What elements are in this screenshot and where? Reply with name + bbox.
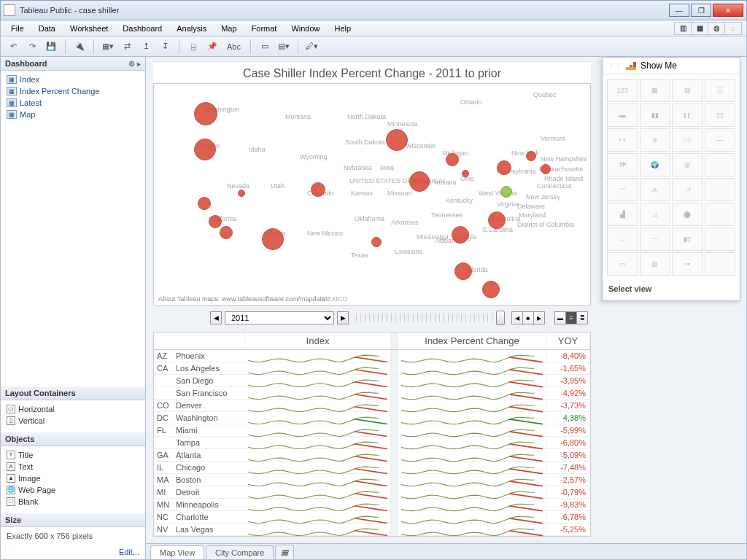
showme-viz-option[interactable]: ▭	[607, 252, 638, 276]
showme-viz-option[interactable]: ∘∘	[607, 128, 638, 152]
showme-viz-option[interactable]: ▯▯	[705, 104, 736, 127]
menu-window[interactable]: Window	[285, 23, 325, 34]
showme-viz-option[interactable]: 123	[607, 79, 638, 102]
showme-viz-option[interactable]	[705, 178, 736, 201]
size-edit-link[interactable]: Edit...	[1, 545, 145, 559]
showme-viz-option[interactable]: ⫿⫿	[672, 104, 703, 127]
showme-viz-option[interactable]: ◿	[640, 203, 671, 226]
map-data-point[interactable]	[311, 182, 325, 197]
showme-viz-option[interactable]: 🌍	[640, 153, 671, 176]
menu-data[interactable]: Data	[33, 23, 61, 34]
table-row[interactable]: MNMinneapolis-9,83%	[154, 499, 590, 511]
view-tab-3[interactable]: ◍	[708, 22, 725, 35]
play-stop-icon[interactable]: ■	[522, 311, 534, 324]
year-prev-button[interactable]: ◀	[210, 311, 222, 324]
map-data-point[interactable]	[462, 170, 469, 177]
table-row[interactable]: GAAtlanta-5,09%	[154, 449, 590, 462]
showme-viz-option[interactable]: ▥	[640, 252, 671, 276]
showme-viz-option[interactable]: ▮▮	[640, 104, 671, 127]
map-data-point[interactable]	[194, 139, 216, 160]
showme-viz-option[interactable]: ⬤	[672, 203, 703, 226]
view-tab-2[interactable]: ▦	[691, 22, 708, 35]
showme-viz-option[interactable]: ▬	[607, 104, 638, 127]
view-tab-home[interactable]: ⌂	[724, 22, 742, 35]
close-button[interactable]: ✕	[713, 4, 743, 17]
showme-viz-option[interactable]	[705, 252, 736, 276]
map-data-point[interactable]	[238, 190, 245, 197]
abc-icon[interactable]: Abc	[223, 39, 244, 55]
play-fwd-icon[interactable]: ▶	[533, 311, 545, 324]
sort-desc-icon[interactable]: ↧	[157, 39, 173, 55]
save-icon[interactable]: 💾	[43, 39, 59, 55]
showme-viz-option[interactable]	[705, 203, 736, 226]
showme-viz-option[interactable]: ⩕	[640, 178, 671, 201]
menu-format[interactable]: Format	[246, 23, 283, 34]
map-data-point[interactable]	[209, 215, 222, 228]
menu-analysis[interactable]: Analysis	[171, 23, 212, 34]
data-grid[interactable]: AZPhoenix-8,40%CALos Angeles-1,65%San Di…	[153, 350, 591, 537]
highlight-icon[interactable]: 🖊▾	[304, 39, 320, 55]
object-title[interactable]: TTitle	[4, 449, 142, 461]
table-row[interactable]: MABoston-2,57%	[154, 474, 590, 486]
drag-handle-icon[interactable]: ⋮⋮	[608, 62, 622, 69]
table-row[interactable]: ILChicago-7,48%	[154, 462, 590, 474]
table-row[interactable]: NVLas Vegas-5,25%	[154, 524, 590, 536]
map-data-point[interactable]	[198, 197, 211, 210]
showme-viz-option[interactable]: ▟	[607, 203, 638, 226]
group-icon[interactable]: ⌸	[185, 39, 201, 55]
tab-map-view[interactable]: Map View	[150, 545, 204, 559]
swap-icon[interactable]: ⇄	[119, 39, 135, 55]
menu-worksheet[interactable]: Worksheet	[64, 23, 114, 34]
showme-viz-option[interactable]	[705, 153, 736, 176]
showme-viz-option[interactable]	[705, 228, 736, 251]
map[interactable]: About Tableau maps: www.tableausoftware.…	[153, 83, 591, 306]
card-icon[interactable]: ▤▾	[276, 39, 292, 55]
showme-viz-option[interactable]: ▦	[640, 79, 671, 102]
presentation-icon[interactable]: ▭	[257, 39, 273, 55]
grid-icon[interactable]: ▦▾	[100, 39, 116, 55]
showme-viz-option[interactable]: ⩘	[672, 178, 703, 201]
map-data-point[interactable]	[446, 153, 459, 166]
map-data-point[interactable]	[409, 171, 430, 192]
year-next-button[interactable]: ▶	[337, 311, 349, 324]
table-row[interactable]: CODenver-3,73%	[154, 400, 590, 412]
layout-vertical[interactable]: ▯Vertical	[4, 415, 142, 427]
map-data-point[interactable]	[194, 102, 217, 125]
menu-help[interactable]: Help	[329, 23, 357, 34]
menu-map[interactable]: Map	[215, 23, 242, 34]
table-row[interactable]: DCWashington4,38%	[154, 412, 590, 424]
year-select[interactable]: 2011	[225, 311, 334, 324]
slider-thumb[interactable]	[496, 311, 505, 325]
connect-icon[interactable]: 🔌	[71, 39, 88, 55]
showme-viz-option[interactable]: ○○	[672, 128, 703, 152]
table-row[interactable]: San Francisco-4,92%	[154, 387, 590, 400]
showme-viz-option[interactable]: ▪▪	[672, 252, 703, 276]
map-data-point[interactable]	[262, 228, 284, 250]
minimize-button[interactable]: —	[669, 4, 689, 17]
layout-horizontal[interactable]: ▭Horizontal	[4, 403, 142, 415]
map-data-point[interactable]	[526, 151, 536, 161]
showme-viz-option[interactable]: ▤	[672, 79, 703, 102]
table-row[interactable]: Tampa-6,80%	[154, 437, 590, 449]
menu-dashboard[interactable]: Dashboard	[117, 23, 168, 34]
gear-icon[interactable]: ⚙ ▸	[128, 60, 141, 68]
map-data-point[interactable]	[541, 164, 551, 174]
showme-viz-option[interactable]: —	[705, 128, 736, 152]
object-blank[interactable]: □Blank	[4, 496, 142, 508]
object-webpage[interactable]: 🌐Web Page	[4, 484, 142, 496]
map-data-point[interactable]	[220, 226, 233, 239]
showme-viz-option[interactable]: ▮▯	[672, 228, 703, 251]
map-data-point[interactable]	[371, 237, 382, 247]
showme-viz-option[interactable]: 🗺	[607, 153, 638, 176]
dashboard-item[interactable]: ▦Index	[4, 74, 142, 85]
table-row[interactable]: NCCharlotte-6,78%	[154, 511, 590, 524]
map-data-point[interactable]	[454, 262, 472, 280]
view-mode-1[interactable]: ▬	[554, 311, 566, 324]
table-row[interactable]: MIDetroit-0,79%	[154, 486, 590, 499]
pin-icon[interactable]: 📌	[204, 39, 220, 55]
object-text[interactable]: AText	[4, 461, 142, 472]
view-mode-2[interactable]: ≡	[565, 311, 577, 324]
map-data-point[interactable]	[452, 226, 469, 244]
showme-viz-option[interactable]: ∴	[607, 228, 638, 251]
showme-viz-option[interactable]: ◍	[672, 153, 703, 176]
